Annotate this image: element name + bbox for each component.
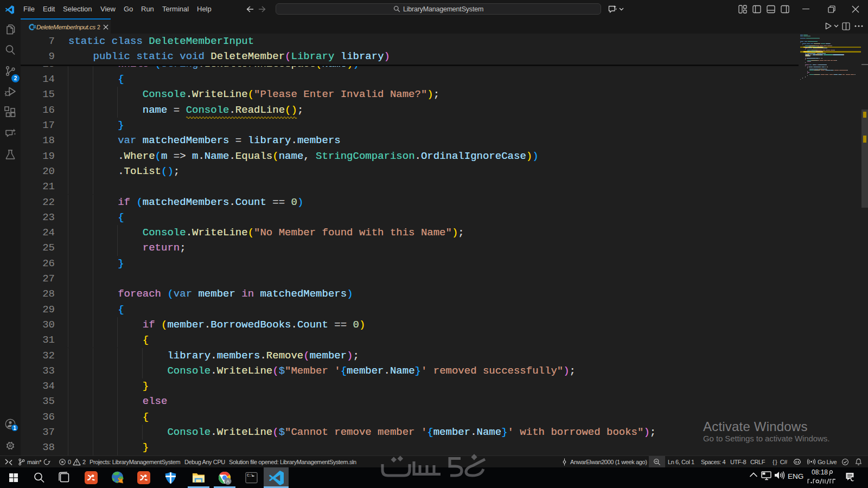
svg-text:A: A: [226, 479, 229, 484]
